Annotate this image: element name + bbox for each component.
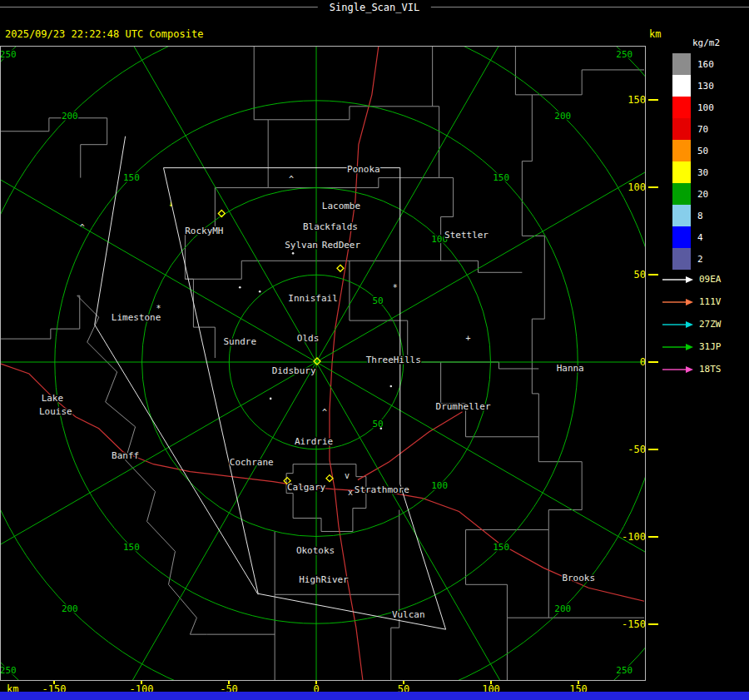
radar-site-legend: 09EA111V27ZW31JP18TS (662, 268, 722, 380)
bottom-axis-tick (315, 681, 317, 684)
colorbar-value: 160 (697, 59, 714, 70)
city-label: Drumheller (436, 401, 491, 412)
city-label: Sundre (223, 336, 256, 347)
right-axis-tick (648, 449, 658, 450)
ring-label: 200 (554, 603, 571, 614)
city-marker-diamond-icon (337, 265, 344, 271)
radar-site-id: 18TS (699, 364, 722, 375)
city-label: Okotoks (296, 545, 335, 556)
city-label: Lake (42, 393, 63, 404)
map-dot-icon (239, 286, 241, 289)
colorbar-entry: 160 (672, 53, 714, 75)
colorbar-swatch (672, 205, 691, 226)
bottom-axis-tick (228, 681, 230, 684)
map-glyph-icon: v (345, 471, 350, 480)
city-label: Lacombe (322, 201, 360, 211)
map-dot-icon (259, 290, 261, 293)
colorbar-entry: 50 (672, 140, 714, 161)
colorbar-value: 30 (697, 167, 708, 178)
colorbar-entry: 70 (672, 118, 714, 140)
city-label: Calgary (287, 482, 326, 493)
county-boundary (350, 261, 441, 404)
right-axis-tick-label: 100 (627, 181, 646, 193)
county-boundary (441, 362, 539, 369)
radar-map[interactable]: 5050100100150150200200250250505010010015… (0, 46, 646, 681)
map-glyph-icon: ↓ (168, 199, 173, 208)
city-label: Didsbury (272, 365, 316, 376)
colorbar-swatch (672, 97, 691, 118)
ring-label: 200 (554, 111, 571, 122)
colorbar-swatch (672, 140, 691, 161)
colorbar-swatch (672, 183, 691, 205)
colorbar-value: 2 (697, 254, 703, 265)
city-label: Strathmore (355, 484, 409, 495)
map-glyph-icon: * (393, 283, 398, 292)
right-axis-tick-label: 0 (640, 356, 646, 368)
city-label: Banff (112, 450, 139, 461)
right-axis-tick-label: -150 (622, 618, 646, 630)
map-glyph-icon: x (348, 488, 353, 497)
colorbar-entry: 100 (672, 97, 714, 118)
right-axis-tick-label: 50 (634, 269, 646, 280)
county-boundary (538, 437, 582, 530)
county-boundary (286, 464, 366, 532)
colorbar-value: 70 (697, 124, 708, 135)
bottom-axis-tick (141, 681, 142, 684)
site-arrow-icon (662, 275, 694, 285)
ring-label: 250 (616, 49, 632, 60)
colorbar-entry: 20 (672, 183, 714, 205)
colorbar-value: 50 (697, 146, 708, 156)
right-axis-tick (648, 186, 658, 188)
colorbar-unit: kg/m2 (692, 37, 720, 48)
radar-canvas[interactable]: 5050100100150150200200250250505010010015… (1, 47, 645, 680)
county-boundary (1, 295, 80, 339)
radar-site: 18TS (662, 358, 722, 380)
city-label: Cochrane (230, 457, 274, 468)
ring-label: 50 (372, 295, 383, 306)
city-label: Limestone (112, 312, 161, 323)
ring-label: 150 (493, 172, 509, 183)
county-boundary (532, 70, 644, 95)
right-axis-tick-label: -100 (622, 531, 646, 543)
scan-timestamp: 2025/09/23 22:22:48 UTC Composite (5, 28, 203, 40)
colorbar-entry: 30 (672, 161, 714, 183)
map-dot-icon (292, 252, 295, 255)
county-boundary (515, 47, 544, 437)
colorbar-swatch (672, 248, 691, 270)
county-boundary (433, 47, 454, 261)
city-label: Hanna (557, 363, 584, 374)
map-dot-icon (380, 427, 383, 429)
bottom-axis-tick (403, 681, 404, 684)
colorbar-value: 8 (697, 211, 703, 221)
colorbar-entry: 4 (672, 226, 714, 248)
city-label: Louise (39, 406, 72, 417)
city-label: Sylvan (285, 240, 318, 251)
footer-bar (0, 692, 749, 700)
colorbar-entry: 2 (672, 248, 714, 270)
site-arrow-icon (662, 320, 694, 330)
ring-label: 250 (616, 665, 632, 676)
city-label: Brooks (562, 573, 595, 583)
right-axis-tick-label: -50 (627, 444, 646, 455)
bottom-axis-tick (53, 681, 55, 684)
city-label: RedDeer (322, 240, 361, 251)
map-dot-icon (389, 385, 392, 388)
radar-site-id: 31JP (699, 341, 722, 352)
map-glyph-icon: ^ (289, 175, 294, 184)
right-axis-tick (648, 536, 658, 538)
radar-site-id: 111V (699, 296, 722, 307)
city-label: ThreeHills (366, 355, 421, 365)
colorbar-swatch (672, 53, 691, 75)
map-glyph-icon: ^ (322, 408, 327, 417)
county-boundary (1, 118, 107, 178)
radar-site: 111V (662, 290, 722, 313)
map-dot-icon (270, 398, 272, 400)
title-bar: Single_Scan_VIL (0, 0, 749, 15)
colorbar-value: 4 (697, 232, 703, 243)
right-axis-tick (648, 361, 658, 363)
city-label: Airdrie (295, 436, 333, 447)
ring-label: 150 (123, 172, 140, 183)
colorbar-value: 130 (697, 81, 714, 92)
ring-label: 100 (431, 480, 448, 491)
colorbar: 16013010070503020842 (672, 53, 714, 270)
